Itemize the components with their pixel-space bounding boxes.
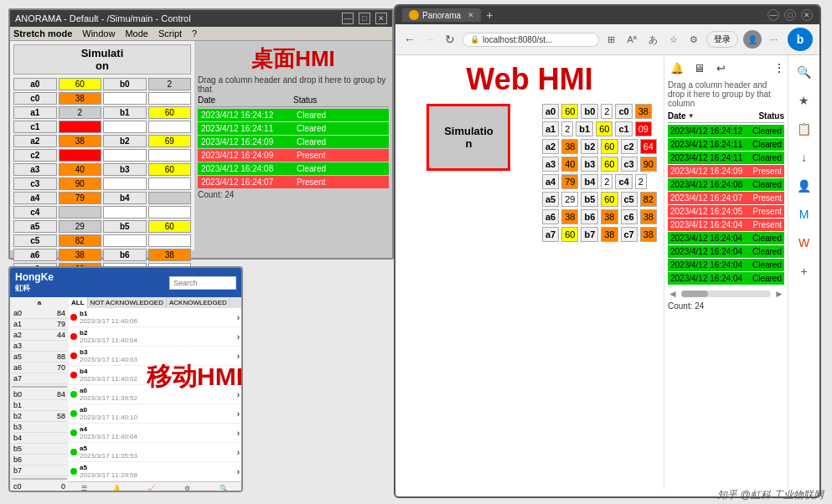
sidebar-person-icon[interactable]: 👤: [794, 176, 814, 196]
sim-cell-a6-v1[interactable]: 38: [59, 249, 102, 261]
font-btn[interactable]: あ: [645, 32, 661, 48]
menu-btn[interactable]: ···: [767, 33, 781, 46]
browser-minimize-btn[interactable]: —: [767, 9, 779, 21]
web-alarm-row-9[interactable]: 2023/4/12 16:24:04 Cleared: [668, 245, 784, 258]
downloads-btn[interactable]: ⊞: [604, 33, 618, 47]
desktop-alarm-row-0[interactable]: 2023/4/12 16:24:12 Cleared: [198, 109, 389, 121]
mobile-nav-search[interactable]: 🔍Search: [213, 485, 234, 492]
sim-cell-b4-v1[interactable]: [148, 192, 192, 204]
w-a5-v[interactable]: 29: [561, 192, 578, 207]
browser-close-btn[interactable]: ✕: [801, 9, 813, 21]
sidebar-outlook-icon[interactable]: M: [794, 204, 814, 224]
sort-arrow[interactable]: ▼: [688, 112, 695, 120]
menu-stretch[interactable]: Stretch mode: [13, 28, 72, 39]
sim-cell-c0-v1[interactable]: 38: [59, 92, 102, 105]
mobile-alarm-8[interactable]: a52023/3/17 11:29:58 ›: [69, 462, 241, 481]
w-b1-v[interactable]: 60: [596, 121, 612, 136]
sidebar-search-icon[interactable]: 🔍: [794, 62, 814, 82]
mobile-nav-alarms[interactable]: 🔔Alarms: [106, 485, 127, 492]
sidebar-history-icon[interactable]: 📋: [794, 119, 814, 139]
more-icon[interactable]: ⋮: [774, 62, 784, 74]
w-a6-v[interactable]: 38: [561, 209, 578, 224]
new-tab-btn[interactable]: +: [486, 8, 493, 22]
maximize-btn[interactable]: □: [359, 13, 370, 24]
sim-cell-a0-v1[interactable]: 60: [59, 78, 102, 90]
sim-cell-b1-v1[interactable]: 60: [148, 106, 192, 119]
close-btn[interactable]: ✕: [375, 13, 387, 24]
web-alarm-row-10[interactable]: 2023/4/12 16:24:04 Cleared: [668, 259, 784, 271]
menu-help[interactable]: ?: [192, 28, 197, 39]
scroll-left-icon[interactable]: ◄: [668, 288, 678, 300]
browser-maximize-btn[interactable]: □: [784, 9, 796, 21]
mobile-alarm-6[interactable]: a42023/3/17 11:40:04 ›: [69, 424, 241, 443]
back-btn[interactable]: ←: [402, 33, 417, 46]
w-c7-v[interactable]: 38: [640, 227, 657, 242]
web-alarm-row-4[interactable]: 2023/4/12 16:24:08 Cleared: [668, 178, 784, 191]
web-alarm-row-2[interactable]: 2023/4/12 16:24:11 Cleared: [668, 152, 784, 164]
sim-cell-b5-v1[interactable]: 60: [148, 220, 192, 233]
sim-cell-a2-v1[interactable]: 38: [59, 135, 102, 147]
w-b4-v[interactable]: 2: [601, 174, 612, 189]
w-a3-v[interactable]: 40: [561, 157, 578, 172]
w-c6-v[interactable]: 38: [640, 209, 657, 224]
sidebar-office-icon[interactable]: W: [794, 233, 814, 253]
w-c2-v[interactable]: 64: [640, 139, 657, 154]
sim-cell-a1-v1[interactable]: 2: [59, 106, 102, 119]
sim-cell-c1-v1[interactable]: [59, 121, 102, 133]
web-alarm-row-5[interactable]: 2023/4/12 16:24:07 Present: [668, 192, 784, 204]
w-c5-v[interactable]: 82: [640, 192, 657, 207]
sim-cell-b0-v1[interactable]: 2: [148, 78, 192, 90]
web-alarm-row-8[interactable]: 2023/4/12 16:24:04 Cleared: [668, 232, 784, 244]
w-a4-v[interactable]: 79: [561, 174, 578, 189]
reload-btn[interactable]: ↻: [442, 33, 457, 46]
window-controls[interactable]: — □ ✕: [342, 13, 387, 24]
desktop-alarm-row-4[interactable]: 2023/4/12 16:24:08 Cleared: [198, 162, 389, 175]
mobile-alarm-5[interactable]: a02023/3/17 11:40:10 ›: [69, 404, 241, 424]
sim-cell-a5-v1[interactable]: 29: [59, 220, 102, 233]
mobile-alarm-1[interactable]: b22023/3/17 11:40:04 ›: [69, 327, 241, 347]
web-alarm-row-6[interactable]: 2023/4/12 16:24:05 Present: [668, 205, 784, 218]
w-b0-v[interactable]: 2: [601, 104, 612, 119]
mobile-alarm-7[interactable]: a52023/3/17 11:35:53 ›: [69, 443, 241, 462]
browser-tab[interactable]: Panorama ✕: [402, 8, 481, 22]
w-c0-v[interactable]: 38: [635, 104, 652, 119]
w-c1-v[interactable]: 09: [635, 121, 652, 136]
scrollbar-track[interactable]: [681, 291, 771, 297]
sim-cell-b6-v1[interactable]: 38: [148, 249, 192, 261]
w-b5-v[interactable]: 60: [601, 192, 618, 207]
mobile-nav-settings[interactable]: ⚙Settings: [175, 485, 199, 492]
web-alarm-row-7[interactable]: 2023/4/12 16:24:04 Present: [668, 219, 784, 231]
mobile-tab-ack[interactable]: ACKNOWLEDGED: [167, 297, 230, 308]
sim-cell-c2-v1[interactable]: [59, 149, 102, 162]
sim-cell-b3-v1[interactable]: 60: [148, 163, 192, 176]
desktop-alarm-row-5[interactable]: 2023/4/12 16:24:07 Present: [198, 176, 389, 188]
scroll-right-icon[interactable]: ►: [774, 288, 784, 300]
browser-window-controls[interactable]: — □ ✕: [767, 9, 813, 21]
web-alarm-row-11[interactable]: 2023/4/12 16:24:04 Cleared: [668, 272, 784, 285]
w-c3-v[interactable]: 90: [640, 157, 657, 172]
favorites-btn[interactable]: ☆: [666, 33, 681, 47]
undo-icon[interactable]: ↩: [711, 59, 730, 77]
tab-close-icon[interactable]: ✕: [468, 11, 474, 19]
desktop-alarm-row-3[interactable]: 2023/4/12 16:24:09 Present: [198, 149, 389, 162]
sidebar-favorites-icon[interactable]: ★: [794, 90, 814, 111]
url-bar[interactable]: 🔒 localhost:8080/st...: [463, 33, 599, 47]
w-a1-v[interactable]: 2: [561, 121, 573, 136]
forward-btn[interactable]: →: [422, 33, 437, 46]
sidebar-downloads-icon[interactable]: ↓: [794, 147, 814, 167]
w-b2-v[interactable]: 60: [601, 139, 618, 154]
web-alarm-row-3[interactable]: 2023/4/12 16:24:09 Present: [668, 165, 784, 177]
desktop-alarm-row-2[interactable]: 2023/4/12 16:24:09 Cleared: [198, 136, 389, 148]
sim-cell-a4-v1[interactable]: 79: [59, 192, 102, 204]
w-a0-v[interactable]: 60: [561, 104, 578, 119]
more-tools-btn[interactable]: ⚙: [686, 33, 701, 47]
mobile-search-input[interactable]: [169, 276, 236, 290]
login-button[interactable]: 登录: [706, 31, 738, 48]
minimize-btn[interactable]: —: [342, 13, 354, 24]
scrollbar-thumb[interactable]: [681, 291, 708, 297]
sim-cell-c5-v1[interactable]: 82: [59, 234, 102, 247]
w-b7-v[interactable]: 38: [601, 227, 618, 242]
sim-cell-a3-v1[interactable]: 40: [59, 163, 102, 176]
w-c4-v[interactable]: 2: [635, 174, 647, 189]
bing-icon[interactable]: b: [788, 28, 813, 51]
